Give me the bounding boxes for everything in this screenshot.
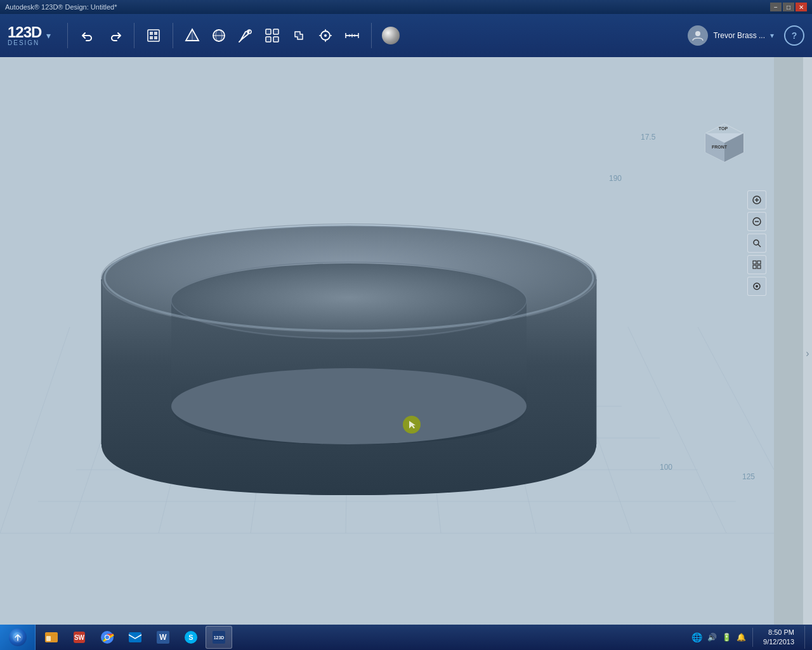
svg-rect-75 [753, 261, 756, 264]
cursor-indicator [403, 416, 421, 434]
fit-all-button[interactable] [747, 255, 766, 274]
svg-text:W: W [159, 633, 167, 642]
taskbar-skype[interactable]: S [178, 626, 204, 649]
svg-rect-77 [753, 265, 756, 269]
pattern-button[interactable] [261, 24, 284, 47]
combine-button[interactable] [287, 24, 310, 47]
tray-action-center-icon[interactable]: 🔔 [735, 633, 747, 642]
user-area: Trevor Brass ... ▾ ? [688, 25, 804, 46]
snap-button[interactable] [314, 24, 337, 47]
maximize-button[interactable]: □ [783, 3, 794, 11]
logo-text: 123D [8, 25, 41, 40]
toolbar-divider-3 [173, 23, 173, 48]
toolbar-divider-1 [67, 23, 68, 48]
svg-point-73 [754, 240, 759, 245]
show-desktop-button[interactable] [804, 626, 809, 649]
measure-button[interactable] [341, 24, 363, 47]
taskbar: SW W [0, 625, 812, 650]
clock-time: 8:50 PM [763, 628, 794, 637]
minimize-button[interactable]: − [770, 3, 782, 11]
svg-text:TOP: TOP [719, 126, 728, 131]
svg-rect-4 [154, 36, 157, 39]
svg-point-28 [695, 31, 700, 36]
transform-button[interactable] [207, 24, 230, 47]
undo-button[interactable] [77, 24, 100, 47]
toolbar-divider-4 [371, 23, 372, 48]
svg-text:SW: SW [74, 634, 85, 641]
tray-network-icon[interactable]: 🌐 [690, 632, 704, 642]
start-button[interactable] [0, 625, 36, 650]
taskbar-right-area: 🌐 🔊 🔋 🔔 8:50 PM 9/12/2013 [690, 626, 812, 649]
right-panel-handle[interactable] [803, 57, 812, 650]
svg-point-80 [756, 285, 758, 288]
material-button[interactable] [379, 24, 402, 47]
svg-text:FRONT: FRONT [712, 145, 728, 149]
title-bar-text: Autodesk® 123D® Design: Untitled* [5, 3, 117, 11]
svg-point-89 [105, 635, 109, 639]
taskbar-word[interactable]: W [150, 626, 176, 649]
svg-text:100: 100 [660, 463, 672, 472]
svg-line-74 [758, 244, 761, 247]
svg-rect-1 [150, 32, 153, 35]
svg-rect-12 [266, 29, 271, 34]
title-bar-controls: − □ ✕ [770, 3, 807, 11]
3d-ring-object[interactable] [63, 121, 634, 514]
tray-battery-icon[interactable]: 🔋 [721, 633, 733, 642]
svg-rect-76 [757, 261, 761, 264]
svg-rect-78 [757, 265, 761, 269]
sketch-mode-button[interactable] [181, 24, 204, 47]
svg-rect-13 [273, 29, 278, 34]
svg-rect-0 [148, 30, 159, 41]
redo-button[interactable] [103, 24, 126, 47]
start-orb [9, 628, 27, 646]
modify-button[interactable] [234, 24, 257, 47]
viewport: 190 100 17.5 125 [0, 57, 774, 650]
taskbar-pinned-items: SW W [36, 626, 690, 649]
svg-rect-14 [266, 37, 271, 42]
svg-text:S: S [188, 633, 193, 641]
title-bar: Autodesk® 123D® Design: Untitled* − □ ✕ [0, 0, 812, 14]
logo-dropdown-icon[interactable]: ▾ [46, 30, 51, 41]
fit-zoom-button[interactable] [747, 234, 766, 253]
taskbar-divider [752, 628, 753, 647]
user-avatar [688, 25, 708, 46]
svg-rect-3 [150, 36, 153, 39]
logo-area: 123D DESIGN ▾ [8, 25, 51, 46]
svg-point-57 [171, 263, 527, 340]
svg-rect-90 [129, 632, 141, 642]
taskbar-mail[interactable] [122, 626, 148, 649]
svg-point-17 [324, 34, 327, 37]
tray-sound-icon[interactable]: 🔊 [706, 633, 718, 642]
taskbar-solidworks[interactable]: SW [66, 626, 93, 649]
svg-rect-83 [46, 636, 51, 641]
taskbar-explorer[interactable] [38, 626, 65, 649]
user-dropdown-icon[interactable]: ▾ [770, 31, 774, 40]
taskbar-chrome[interactable] [94, 626, 121, 649]
clock-display[interactable]: 8:50 PM 9/12/2013 [758, 628, 799, 647]
svg-rect-15 [273, 37, 278, 42]
toolbar: 123D DESIGN ▾ [0, 14, 812, 57]
primitives-button[interactable] [142, 24, 165, 47]
clock-date: 9/12/2013 [763, 637, 794, 647]
svg-text:17.5: 17.5 [641, 133, 656, 142]
logo-subtitle: DESIGN [8, 40, 39, 46]
close-button[interactable]: ✕ [796, 3, 807, 11]
help-button[interactable]: ? [784, 25, 804, 46]
view-cube[interactable]: TOP FRONT [699, 121, 750, 171]
zoom-in-button[interactable] [747, 190, 766, 209]
svg-point-58 [171, 368, 527, 444]
svg-text:123D: 123D [214, 635, 225, 640]
zoom-out-button[interactable] [747, 212, 766, 231]
right-controls [747, 190, 766, 296]
toolbar-divider-2 [134, 23, 134, 48]
svg-text:125: 125 [742, 472, 755, 481]
svg-rect-2 [154, 32, 157, 35]
view-options-button[interactable] [747, 277, 766, 296]
taskbar-123d[interactable]: 123D [206, 626, 232, 649]
user-name-label: Trevor Brass ... [713, 31, 765, 40]
